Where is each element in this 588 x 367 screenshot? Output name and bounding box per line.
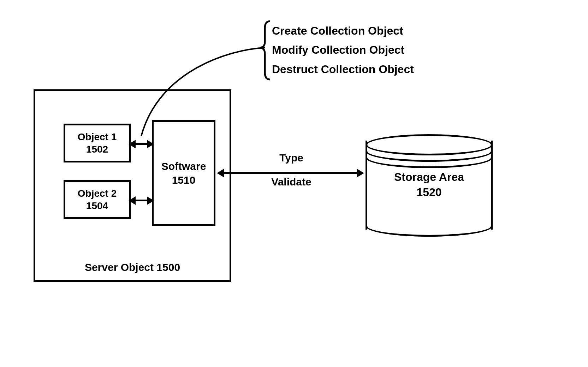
object-2-name: Object 2 [78,187,117,200]
diagram-stage: Server Object 1500 Object 1 1502 Object … [0,0,588,367]
object-2-ref: 1504 [86,200,108,212]
arrow-label-type: Type [247,152,335,164]
operation-modify: Modify Collection Object [272,40,414,59]
operation-destruct: Destruct Collection Object [272,60,414,79]
arrow-software-storage [222,172,358,174]
operation-create: Create Collection Object [272,21,414,40]
object-1-ref: 1502 [86,143,108,155]
object-1-box: Object 1 1502 [64,124,131,162]
software-ref: 1510 [172,173,196,187]
software-name: Software [161,159,206,173]
arrow-object1-software [134,143,148,145]
storage-ref: 1520 [416,186,441,199]
brace-icon [260,21,270,79]
storage-area-cylinder: Storage Area 1520 [366,134,493,233]
software-box: Software 1510 [152,120,215,226]
arrow-object2-software [134,200,148,201]
arrow-label-validate: Validate [247,176,335,188]
server-object-label: Server Object 1500 [34,261,231,273]
object-1-name: Object 1 [78,131,117,143]
object-2-box: Object 2 1504 [64,180,131,219]
storage-name: Storage Area [394,171,464,183]
operations-list: Create Collection Object Modify Collecti… [272,21,414,79]
